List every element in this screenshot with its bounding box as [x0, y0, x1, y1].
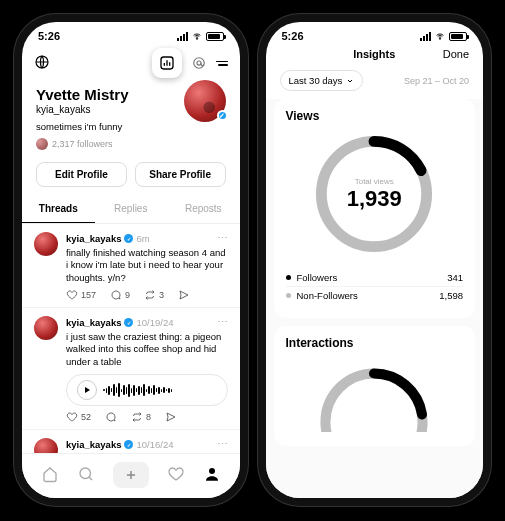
post-time: 6m	[136, 233, 149, 244]
voice-note[interactable]	[66, 374, 228, 406]
date-filter-row: Last 30 days Sep 21 – Oct 20	[266, 68, 484, 99]
views-total-value: 1,939	[347, 186, 402, 212]
post[interactable]: kyia_kayaks 10/16/24 ⋯ i wish dragons ex…	[22, 430, 240, 453]
post-username[interactable]: kyia_kayaks	[66, 439, 121, 450]
followers-row[interactable]: 2,317 followers	[36, 138, 226, 150]
profile-screen: 5:26 Yvette Mistry kyia_kayaks sometimes…	[22, 22, 240, 498]
verified-icon	[124, 318, 133, 327]
verified-icon	[124, 440, 133, 449]
post[interactable]: kyia_kayaks 6m ⋯ finally finished watchi…	[22, 224, 240, 308]
svg-point-3	[193, 58, 204, 69]
wifi-icon	[434, 32, 446, 41]
battery-icon	[449, 32, 467, 41]
views-card[interactable]: Views Total views 1,939 Followers	[274, 99, 476, 318]
done-button[interactable]: Done	[443, 48, 469, 60]
post-more-icon[interactable]: ⋯	[217, 316, 228, 329]
feed[interactable]: kyia_kayaks 6m ⋯ finally finished watchi…	[22, 224, 240, 453]
share-button[interactable]	[178, 289, 190, 301]
post-actions: 157 9 3	[66, 289, 228, 301]
post-more-icon[interactable]: ⋯	[217, 438, 228, 451]
status-bar: 5:26	[266, 22, 484, 44]
insights-button[interactable]	[152, 48, 182, 78]
views-total-label: Total views	[355, 177, 394, 186]
post-text: finally finished watching season 4 and i…	[66, 247, 228, 284]
tab-replies[interactable]: Replies	[95, 195, 168, 223]
repost-button[interactable]: 3	[144, 289, 164, 301]
insights-header: Insights Done	[266, 44, 484, 68]
search-icon[interactable]	[77, 465, 95, 485]
bio: sometimes i'm funny	[36, 121, 226, 132]
edit-profile-button[interactable]: Edit Profile	[36, 162, 127, 187]
insights-screen: 5:26 Insights Done Last 30 days Sep 21 –…	[266, 22, 484, 498]
legend-dot-icon	[286, 275, 291, 280]
post-username[interactable]: kyia_kayaks	[66, 233, 121, 244]
top-toolbar	[22, 44, 240, 80]
wifi-icon	[191, 32, 203, 41]
compose-button[interactable]	[113, 462, 149, 488]
followers-count: 2,317 followers	[52, 139, 113, 149]
insights-body[interactable]: Views Total views 1,939 Followers	[266, 99, 484, 498]
clock: 5:26	[38, 30, 60, 42]
post-time: 10/16/24	[136, 439, 173, 450]
post-avatar[interactable]	[34, 316, 58, 340]
repost-button[interactable]: 8	[131, 411, 151, 423]
interactions-donut-chart: Total interactions 64	[314, 362, 434, 432]
profile-header: Yvette Mistry kyia_kayaks sometimes i'm …	[22, 80, 240, 154]
svg-point-5	[80, 468, 91, 479]
post-actions: 52 8	[66, 411, 228, 423]
post-time: 10/19/24	[136, 317, 173, 328]
interactions-card[interactable]: Interactions Total interactions 64	[274, 326, 476, 446]
tab-reposts[interactable]: Reposts	[167, 195, 240, 223]
reply-button[interactable]	[105, 411, 117, 423]
verified-icon	[124, 234, 133, 243]
share-button[interactable]	[165, 411, 177, 423]
profile-buttons: Edit Profile Share Profile	[22, 154, 240, 195]
cell-signal-icon	[177, 32, 188, 41]
legend-row-nonfollowers[interactable]: Non-Followers 1,598	[286, 286, 464, 304]
tabs: Threads Replies Reposts	[22, 195, 240, 224]
svg-point-4	[196, 61, 200, 65]
views-donut-chart: Total views 1,939	[309, 129, 439, 259]
verified-badge-icon	[217, 110, 228, 121]
views-heading: Views	[286, 109, 464, 123]
play-icon[interactable]	[77, 380, 97, 400]
status-icons	[177, 32, 224, 41]
tab-threads[interactable]: Threads	[22, 195, 95, 223]
chevron-down-icon	[346, 77, 354, 85]
share-profile-button[interactable]: Share Profile	[135, 162, 226, 187]
status-bar: 5:26	[22, 22, 240, 44]
like-button[interactable]: 157	[66, 289, 96, 301]
post-avatar[interactable]	[34, 438, 58, 453]
legend-dot-icon	[286, 293, 291, 298]
reply-button[interactable]: 9	[110, 289, 130, 301]
status-icons	[420, 32, 467, 41]
mention-icon[interactable]	[192, 56, 206, 70]
svg-point-0	[196, 38, 197, 39]
date-range-label: Sep 21 – Oct 20	[404, 76, 469, 86]
like-button[interactable]: 52	[66, 411, 91, 423]
svg-point-7	[439, 38, 440, 39]
menu-icon[interactable]	[216, 61, 228, 66]
cell-signal-icon	[420, 32, 431, 41]
activity-icon[interactable]	[167, 465, 185, 485]
post-text: i just saw the craziest thing: a pigeon …	[66, 331, 228, 368]
post-username[interactable]: kyia_kayaks	[66, 317, 121, 328]
post[interactable]: kyia_kayaks 10/19/24 ⋯ i just saw the cr…	[22, 308, 240, 430]
globe-icon[interactable]	[34, 54, 50, 72]
profile-icon[interactable]	[203, 465, 221, 485]
bottom-nav	[22, 453, 240, 498]
date-range-selector[interactable]: Last 30 days	[280, 70, 364, 91]
clock: 5:26	[282, 30, 304, 42]
views-legend: Followers 341 Non-Followers 1,598	[286, 269, 464, 304]
interactions-heading: Interactions	[286, 336, 464, 350]
battery-icon	[206, 32, 224, 41]
home-icon[interactable]	[41, 465, 59, 485]
post-avatar[interactable]	[34, 232, 58, 256]
waveform-icon	[103, 382, 217, 398]
legend-row-followers[interactable]: Followers 341	[286, 269, 464, 286]
follower-avatar-icon	[36, 138, 48, 150]
post-more-icon[interactable]: ⋯	[217, 232, 228, 245]
svg-point-6	[209, 468, 215, 474]
